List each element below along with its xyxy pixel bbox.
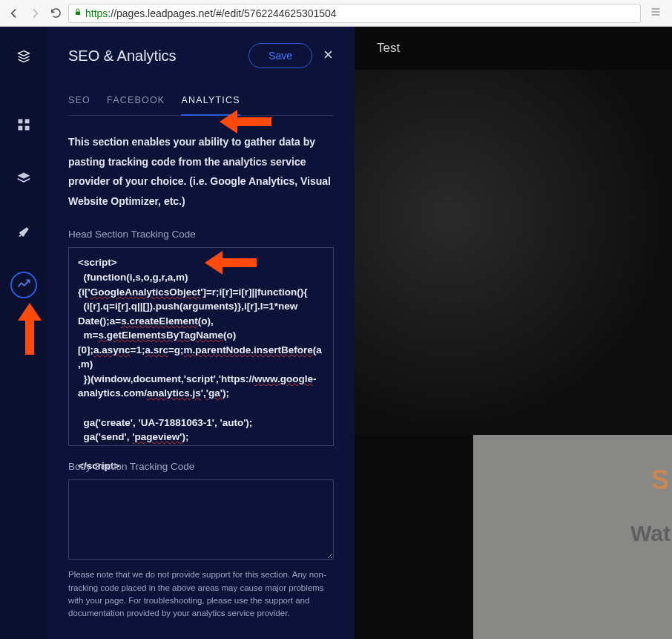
svg-rect-7 <box>25 126 30 131</box>
body-code-label: Body Section Tracking Code <box>68 461 334 472</box>
browser-chrome: https://pages.leadpages.net/#/edit/57622… <box>0 0 672 27</box>
url-rest: ://pages.leadpages.net/#/edit/5762244625… <box>108 7 336 19</box>
close-button[interactable] <box>312 45 334 67</box>
panel-title: SEO & Analytics <box>68 47 177 65</box>
rail-analytics-icon[interactable] <box>10 272 37 298</box>
chrome-menu-button[interactable] <box>645 6 666 20</box>
forward-button[interactable] <box>27 5 43 22</box>
save-button[interactable]: Save <box>248 43 312 68</box>
rail-logo[interactable] <box>10 43 37 70</box>
back-button[interactable] <box>6 5 22 22</box>
url-https: https <box>85 7 108 19</box>
preview-topbar-text: Test <box>377 41 400 56</box>
preview-topbar: Test <box>355 27 672 70</box>
hero-bg <box>355 70 672 435</box>
page-preview: Test Build A Ma Taking Our F S Wat <box>355 27 672 639</box>
subhero: S Wat <box>473 435 672 639</box>
rail-brush-icon[interactable] <box>10 218 37 245</box>
svg-rect-4 <box>19 119 23 124</box>
svg-rect-0 <box>76 12 80 16</box>
rail-layers-icon[interactable] <box>10 165 37 191</box>
lock-icon <box>73 7 82 19</box>
url-bar[interactable]: https://pages.leadpages.net/#/edit/57622… <box>68 4 641 23</box>
subhero-s: S <box>473 465 672 496</box>
tab-analytics[interactable]: ANALYTICS <box>181 89 240 116</box>
subhero-wat: Wat <box>630 521 672 545</box>
settings-panel: SEO & Analytics Save SEO FACEBOOK ANALYT… <box>47 27 355 639</box>
left-rail <box>0 27 47 639</box>
reload-button[interactable] <box>47 5 64 22</box>
tabs: SEO FACEBOOK ANALYTICS <box>68 89 334 116</box>
svg-rect-6 <box>19 126 23 131</box>
support-note: Please note that we do not provide suppo… <box>68 568 334 620</box>
head-code-textarea[interactable]: <script> (function(i,s,o,g,r,a,m){i['Goo… <box>68 247 334 446</box>
tab-facebook[interactable]: FACEBOOK <box>107 89 165 115</box>
body-code-textarea[interactable] <box>68 479 334 560</box>
head-code-label: Head Section Tracking Code <box>68 229 334 240</box>
rail-widgets-icon[interactable] <box>10 111 37 138</box>
analytics-description: This section enables your ability to gat… <box>68 132 334 211</box>
tab-seo[interactable]: SEO <box>68 89 90 115</box>
svg-rect-5 <box>25 119 30 124</box>
